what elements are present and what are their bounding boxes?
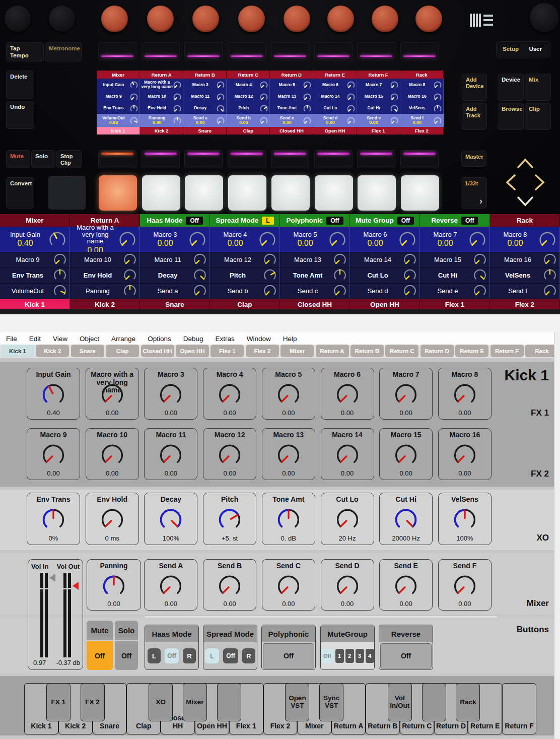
grid-knob[interactable] [262,251,277,268]
vol-in-handle[interactable] [49,574,55,582]
mutegroup-4-button[interactable]: 4 [366,649,374,663]
tab-return-e[interactable]: Return E [455,345,488,357]
grid-knob[interactable] [467,229,487,251]
macro-encoder-knob[interactable] [372,6,398,32]
delete-button[interactable]: Delete [6,71,34,99]
tab-mixer[interactable]: Mixer [281,345,314,357]
black-key[interactable]: Vol In/Out [388,683,412,721]
knob[interactable] [334,505,361,534]
drum-pad[interactable] [358,175,396,211]
haas-r-button[interactable]: R [183,648,196,663]
black-key[interactable] [217,683,241,721]
menu-edit[interactable]: Edit [29,335,41,343]
display-select-button[interactable] [184,42,223,60]
grid-knob[interactable] [187,229,207,251]
mutegroup-2-button[interactable]: 2 [345,649,354,663]
grid-knob[interactable] [52,283,67,300]
display-select-button[interactable] [314,42,353,60]
track-select-button[interactable] [314,150,353,168]
knob[interactable] [451,440,478,469]
tab-clap[interactable]: Clap [106,345,139,357]
menu-view[interactable]: View [53,335,67,343]
grid-pad-button[interactable]: Open HH [350,299,420,309]
grid-knob[interactable] [327,229,347,251]
black-key[interactable] [422,683,446,721]
tab-kick-2[interactable]: Kick 2 [36,345,69,357]
macro-encoder-knob[interactable] [415,6,442,32]
grid-knob[interactable] [192,267,207,284]
grid-knob[interactable] [262,283,277,300]
macro-encoder-knob[interactable] [192,6,219,32]
grid-knob[interactable] [332,267,347,284]
knob[interactable] [99,380,126,409]
track-select-button[interactable] [98,150,136,168]
knob[interactable] [334,380,361,409]
spread-off-button[interactable]: Off [223,648,238,663]
track-select-button[interactable] [142,150,180,168]
drum-pad[interactable] [228,175,266,211]
grid-knob[interactable] [52,251,67,268]
master-button[interactable]: Master [461,151,486,167]
tab-flex-1[interactable]: Flex 1 [211,345,244,357]
mutegroup-1-button[interactable]: 1 [335,649,344,663]
knob[interactable] [40,440,67,469]
display-select-button[interactable] [271,42,309,60]
mute-state-button[interactable]: Off [87,641,113,670]
grid-pad-button[interactable]: Closed HH [280,299,350,309]
knob[interactable] [216,380,243,409]
knob[interactable] [216,505,243,534]
macro-encoder-knob[interactable] [101,6,128,32]
grid-knob[interactable] [122,251,137,268]
tab-return-d[interactable]: Return D [421,345,454,357]
grid-knob[interactable] [122,267,137,284]
device-button[interactable]: Device [498,74,524,101]
grid-knob[interactable] [122,283,137,300]
grid-knob[interactable] [537,229,557,251]
browse-button[interactable]: Browse [498,103,524,130]
grid-knob[interactable] [472,283,487,300]
tab-snare[interactable]: Snare [71,345,104,357]
grid-knob[interactable] [192,283,207,300]
vol-out-handle[interactable] [73,582,79,590]
knob[interactable] [275,505,302,534]
tab-closed-hh[interactable]: Closed HH [141,345,174,357]
grid-knob[interactable] [47,229,67,251]
tab-flex-2[interactable]: Flex 2 [246,345,279,357]
knob[interactable] [157,440,184,469]
menu-object[interactable]: Object [80,335,99,343]
pad-unlit[interactable] [48,176,86,210]
mix-button[interactable]: Mix [525,74,551,101]
knob[interactable] [275,440,302,469]
track-select-button[interactable] [400,150,439,168]
knob[interactable] [451,380,478,409]
grid-knob[interactable] [52,267,67,284]
tab-return-f[interactable]: Return F [491,345,524,357]
display-select-button[interactable] [357,42,395,60]
track-select-button[interactable] [228,150,266,168]
tap-tempo-button[interactable]: Tap Tempo [6,42,44,61]
grid-knob[interactable] [257,229,277,251]
knob[interactable] [99,505,126,534]
haas-l-button[interactable]: L [148,648,161,663]
knob[interactable] [392,440,419,469]
grid-pad-button[interactable]: Snare [140,299,210,309]
knob[interactable] [275,380,302,409]
macro-encoder-knob[interactable] [147,6,174,32]
menu-window[interactable]: Window [247,335,271,343]
grid-knob[interactable] [332,283,347,300]
grid-knob[interactable] [332,251,347,268]
menu-file[interactable]: File [6,335,17,343]
knob[interactable] [392,505,419,534]
mute-button[interactable]: Mute [6,150,30,168]
solo-button[interactable]: Solo [31,150,55,168]
knob[interactable] [451,505,478,534]
mutegroup-off-button[interactable]: Off [321,649,334,663]
setup-button[interactable]: Setup [503,46,519,53]
menu-extras[interactable]: Extras [215,335,234,343]
grid-pad-button[interactable]: Kick 2 [70,299,140,309]
drum-pad[interactable] [99,175,137,211]
grid-knob[interactable] [192,251,207,268]
solo-state-button[interactable]: Off [115,641,138,670]
display-select-button[interactable] [98,42,136,60]
display-select-button[interactable] [142,42,180,60]
